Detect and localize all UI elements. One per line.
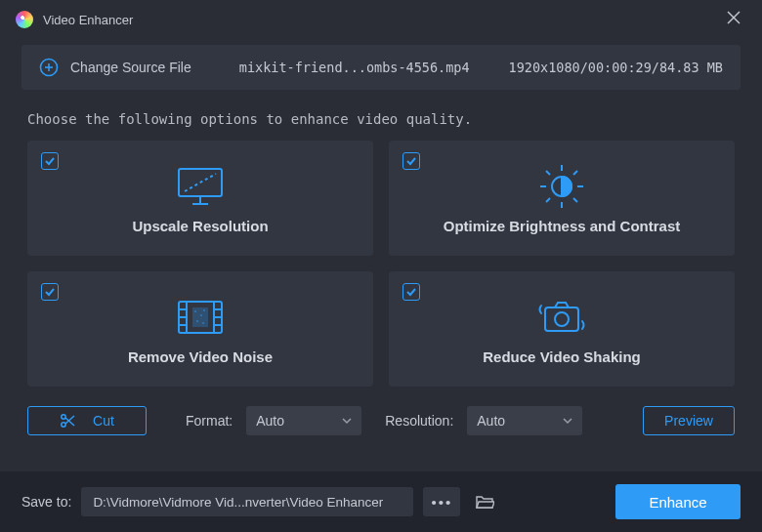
cut-label: Cut: [93, 413, 114, 429]
preview-label: Preview: [664, 413, 713, 429]
card-label: Remove Video Noise: [128, 348, 273, 365]
check-icon: [44, 155, 56, 167]
svg-line-15: [573, 198, 577, 202]
save-to-label: Save to:: [21, 494, 71, 510]
film-noise-icon: [175, 294, 226, 341]
resolution-value: Auto: [477, 413, 505, 429]
scissors-icon: [60, 413, 75, 429]
svg-line-16: [546, 198, 550, 202]
cut-button[interactable]: Cut: [27, 406, 147, 435]
browse-button[interactable]: •••: [423, 487, 460, 516]
card-remove-noise[interactable]: Remove Video Noise: [27, 271, 373, 387]
save-path-value: D:\Vidmore\Vidmore Vid...nverter\Video E…: [93, 495, 383, 510]
monitor-icon: [173, 163, 228, 210]
svg-rect-27: [192, 307, 208, 327]
card-label: Upscale Resolution: [132, 218, 268, 234]
save-path-field[interactable]: D:\Vidmore\Vidmore Vid...nverter\Video E…: [81, 487, 413, 516]
card-upscale-resolution[interactable]: Upscale Resolution: [27, 141, 373, 256]
open-folder-button[interactable]: [470, 487, 499, 516]
svg-rect-33: [545, 307, 578, 331]
svg-point-28: [194, 310, 196, 312]
ellipsis-icon: •••: [431, 494, 452, 511]
format-label: Format:: [186, 413, 233, 429]
preview-button[interactable]: Preview: [643, 406, 735, 435]
checkbox-upscale[interactable]: [41, 152, 59, 170]
close-icon: [727, 11, 741, 24]
card-optimize-brightness[interactable]: Optimize Brightness and Contrast: [389, 141, 735, 256]
svg-line-17: [573, 171, 577, 175]
source-filename: mixkit-friend...ombs-4556.mp4: [239, 60, 470, 75]
source-metadata: 1920x1080/00:00:29/84.83 MB: [509, 60, 723, 75]
svg-point-31: [196, 320, 198, 322]
app-title: Video Enhancer: [43, 13, 133, 27]
footer: Save to: D:\Vidmore\Vidmore Vid...nverte…: [0, 471, 762, 532]
chevron-down-icon: [342, 416, 352, 426]
resolution-select[interactable]: Auto: [467, 406, 582, 435]
checkbox-noise[interactable]: [41, 283, 59, 301]
svg-point-29: [200, 314, 202, 316]
plus-circle-icon: [39, 58, 59, 77]
chevron-down-icon: [563, 416, 572, 426]
svg-line-14: [546, 171, 550, 175]
titlebar: Video Enhancer: [0, 0, 762, 39]
source-file-row[interactable]: Change Source File mixkit-friend...ombs-…: [21, 45, 741, 90]
format-value: Auto: [256, 413, 284, 429]
check-icon: [44, 286, 56, 298]
checkbox-brightness[interactable]: [402, 152, 420, 170]
checkbox-shaking[interactable]: [402, 283, 420, 301]
camera-shake-icon: [535, 294, 588, 341]
card-reduce-shaking[interactable]: Reduce Video Shaking: [389, 271, 735, 387]
app-icon: [16, 11, 33, 28]
check-icon: [405, 286, 417, 298]
controls-row: Cut Format: Auto Resolution: Auto Previe…: [0, 387, 762, 435]
format-select[interactable]: Auto: [246, 406, 361, 435]
instruction-text: Choose the following options to enhance …: [0, 90, 762, 141]
card-label: Reduce Video Shaking: [483, 348, 640, 365]
svg-line-8: [185, 174, 216, 191]
card-label: Optimize Brightness and Contrast: [444, 218, 681, 234]
resolution-label: Resolution:: [385, 413, 453, 429]
close-button[interactable]: [721, 5, 746, 34]
enhancement-cards: Upscale Resolution Optimize Brightness a…: [0, 141, 762, 387]
folder-icon: [475, 494, 494, 510]
svg-point-32: [202, 322, 204, 324]
enhance-button[interactable]: Enhance: [615, 484, 741, 519]
svg-point-34: [555, 312, 569, 326]
check-icon: [405, 155, 417, 167]
brightness-icon: [538, 163, 585, 210]
enhance-label: Enhance: [649, 494, 706, 511]
change-source-label: Change Source File: [70, 60, 191, 75]
svg-point-30: [203, 309, 205, 311]
